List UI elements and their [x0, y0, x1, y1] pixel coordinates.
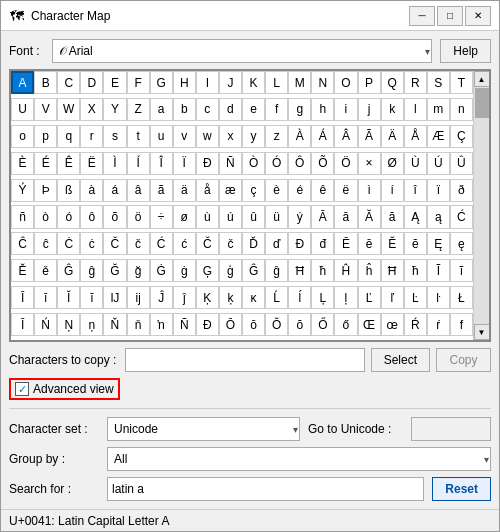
char-cell[interactable]: A [11, 71, 34, 94]
char-cell[interactable]: Ħ [381, 259, 404, 282]
char-cell[interactable]: ü [265, 205, 288, 228]
char-cell[interactable]: Ù [404, 152, 427, 175]
char-cell[interactable]: Ð [196, 313, 219, 336]
char-cell[interactable]: ą [427, 205, 450, 228]
scrollbar-thumb[interactable] [475, 88, 489, 118]
char-cell[interactable]: ň [127, 313, 150, 336]
char-cell[interactable]: e [242, 98, 265, 121]
char-cell[interactable]: œ [381, 313, 404, 336]
char-cell[interactable]: ã [150, 179, 173, 202]
char-cell[interactable]: û [242, 205, 265, 228]
char-cell[interactable]: Æ [427, 125, 450, 148]
char-cell[interactable]: Ą [404, 205, 427, 228]
char-cell[interactable]: H [173, 71, 196, 94]
char-cell[interactable]: Á [311, 125, 334, 148]
char-cell[interactable]: F [127, 71, 150, 94]
char-cell[interactable]: ņ [80, 313, 103, 336]
char-cell[interactable]: ñ [11, 205, 34, 228]
char-cell[interactable]: ý [288, 205, 311, 228]
char-cell[interactable]: m [427, 98, 450, 121]
char-cell[interactable]: à [80, 179, 103, 202]
char-cell[interactable]: Â [334, 125, 357, 148]
char-cell[interactable]: Ĝ [57, 259, 80, 282]
char-cell[interactable]: Û [450, 152, 473, 175]
char-cell[interactable]: ĵ [173, 286, 196, 309]
char-cell[interactable]: ŀ [427, 286, 450, 309]
char-cell[interactable]: ë [334, 179, 357, 202]
char-cell[interactable]: ĕ [404, 232, 427, 255]
char-cell[interactable]: Õ [311, 152, 334, 175]
char-cell[interactable]: ï [427, 179, 450, 202]
char-cell[interactable]: o [11, 125, 34, 148]
char-cell[interactable]: ô [80, 205, 103, 228]
char-cell[interactable]: E [103, 71, 126, 94]
char-cell[interactable]: i [334, 98, 357, 121]
char-cell[interactable]: W [57, 98, 80, 121]
char-cell[interactable]: È [11, 152, 34, 175]
char-cell[interactable]: Œ [358, 313, 381, 336]
char-cell[interactable]: Ļ [311, 286, 334, 309]
char-cell[interactable]: ļ [334, 286, 357, 309]
char-cell[interactable]: ú [219, 205, 242, 228]
char-cell[interactable]: É [34, 152, 57, 175]
char-cell[interactable]: Ō [219, 313, 242, 336]
char-cell[interactable]: Ň [103, 313, 126, 336]
char-cell[interactable]: Ā [311, 205, 334, 228]
char-cell[interactable]: Å [404, 125, 427, 148]
char-cell[interactable]: Ñ [173, 313, 196, 336]
scrollbar-down-button[interactable]: ▼ [474, 324, 490, 340]
char-cell[interactable]: Ő [311, 313, 334, 336]
char-cell[interactable]: P [358, 71, 381, 94]
char-cell[interactable]: Ġ [150, 259, 173, 282]
scrollbar-up-button[interactable]: ▲ [474, 71, 490, 87]
search-for-input[interactable] [107, 477, 424, 501]
char-cell[interactable]: R [404, 71, 427, 94]
char-cell[interactable]: Ú [427, 152, 450, 175]
char-cell[interactable]: ç [242, 179, 265, 202]
help-button[interactable]: Help [440, 39, 491, 63]
char-cell[interactable]: è [265, 179, 288, 202]
char-cell[interactable]: v [173, 125, 196, 148]
char-cell[interactable]: y [242, 125, 265, 148]
goto-unicode-input[interactable] [411, 417, 491, 441]
char-cell[interactable]: đ [311, 232, 334, 255]
char-cell[interactable]: ö [127, 205, 150, 228]
char-cell[interactable]: ä [173, 179, 196, 202]
char-cell[interactable]: C [57, 71, 80, 94]
reset-button[interactable]: Reset [432, 477, 491, 501]
char-cell[interactable]: Ĥ [334, 259, 357, 282]
char-cell[interactable]: f [450, 313, 473, 336]
char-cell[interactable]: ĸ [242, 286, 265, 309]
char-cell[interactable]: ō [242, 313, 265, 336]
char-cell[interactable]: č [127, 232, 150, 255]
char-cell[interactable]: Ŏ [265, 313, 288, 336]
char-cell[interactable]: Ğ [103, 259, 126, 282]
char-cell[interactable]: ē [358, 232, 381, 255]
char-cell[interactable]: Ŕ [404, 313, 427, 336]
char-cell[interactable]: h [311, 98, 334, 121]
char-cell[interactable]: ĭ [80, 286, 103, 309]
char-cell[interactable]: Ø [381, 152, 404, 175]
close-button[interactable]: ✕ [465, 6, 491, 26]
char-cell[interactable]: ħ [404, 259, 427, 282]
char-cell[interactable]: Ĕ [381, 232, 404, 255]
char-cell[interactable]: ò [34, 205, 57, 228]
char-cell[interactable]: Đ [288, 232, 311, 255]
char-cell[interactable]: V [34, 98, 57, 121]
char-cell[interactable]: N [311, 71, 334, 94]
char-cell[interactable]: I [196, 71, 219, 94]
char-cell[interactable]: ß [57, 179, 80, 202]
char-cell[interactable]: æ [219, 179, 242, 202]
char-cell[interactable]: ħ [311, 259, 334, 282]
char-cell[interactable]: ŏ [288, 313, 311, 336]
char-cell[interactable]: Ă [358, 205, 381, 228]
char-cell[interactable]: å [196, 179, 219, 202]
char-cell[interactable]: Ę [427, 232, 450, 255]
char-cell[interactable]: Í [127, 152, 150, 175]
char-cell[interactable]: ì [358, 179, 381, 202]
char-cell[interactable]: ĳ [127, 286, 150, 309]
char-cell[interactable]: ù [196, 205, 219, 228]
char-cell[interactable]: a [150, 98, 173, 121]
char-cell[interactable]: ċ [80, 232, 103, 255]
char-cell[interactable]: Ċ [57, 232, 80, 255]
